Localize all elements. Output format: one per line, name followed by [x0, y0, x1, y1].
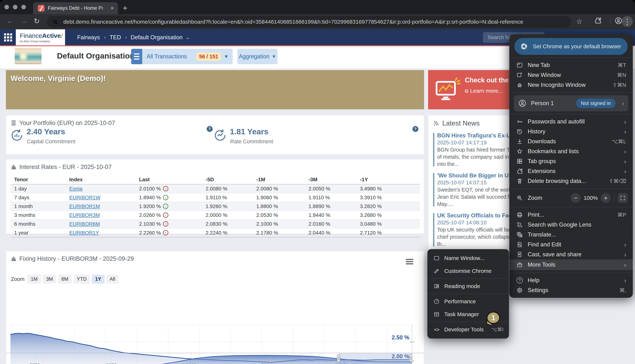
app-grid-icon[interactable]: [4, 34, 12, 42]
chart-navigator[interactable]: 20212022202320242025: [11, 353, 420, 364]
menu-item-history[interactable]: History›: [509, 126, 633, 136]
menu-item-google-lens[interactable]: Search with Google Lens: [509, 220, 633, 230]
chevron-down-icon: ⌄: [185, 34, 190, 40]
index-link[interactable]: EURIBOR1M: [69, 204, 100, 209]
translate-icon: [516, 231, 523, 238]
index-link[interactable]: EURIBOR6M: [69, 221, 100, 227]
capital-commitment-value: 2.40 Years: [27, 127, 65, 136]
menu-item-translate[interactable]: Translate...: [509, 230, 633, 240]
submenu-item-name-window[interactable]: Name Window...: [427, 252, 509, 264]
trend-arrow-icon: ↑: [163, 230, 168, 236]
zoom-out-button[interactable]: −: [571, 193, 581, 203]
index-link[interactable]: EURIBOR3M: [69, 212, 100, 218]
speedometer-icon: [433, 298, 440, 304]
zoom-1y-button[interactable]: 1Y: [92, 275, 105, 284]
transactions-menu-button[interactable]: [131, 49, 142, 64]
profile-avatar-icon[interactable]: [614, 17, 622, 26]
table-row: 6 monthsEURIBOR6M2.1030 %↑2.0830 %2.1000…: [11, 220, 420, 228]
submenu-item-customise-chrome[interactable]: Customise Chrome: [427, 264, 509, 278]
menu-item-more-tools[interactable]: More Tools›: [509, 260, 633, 270]
zoom-in-button[interactable]: +: [601, 193, 611, 203]
aggregation-dropdown[interactable]: Aggregation ▼: [237, 49, 277, 64]
printer-icon: [516, 212, 523, 218]
new-tab-icon: [516, 62, 523, 68]
menu-item-delete-browsing-data[interactable]: Delete browsing data...⇧⌘⌫: [509, 176, 633, 186]
trash-icon: [516, 178, 523, 184]
help-icon[interactable]: ?: [412, 126, 418, 132]
aggregation-label: Aggregation: [239, 53, 270, 60]
breadcrumb-item-org[interactable]: Default Organisation: [131, 34, 183, 41]
caret-down-icon: ▼: [224, 54, 229, 60]
zoom-1m-button[interactable]: 1M: [27, 275, 41, 284]
index-link[interactable]: Eonia: [69, 186, 83, 192]
magnifier-icon: [516, 195, 523, 201]
zoom-3m-button[interactable]: 3M: [43, 275, 56, 284]
menu-item-profile[interactable]: Person 1 Not signed in ›: [514, 95, 628, 111]
zoom-all-button[interactable]: All: [106, 275, 118, 284]
index-link[interactable]: EURIBOR1W: [69, 195, 101, 200]
svg-text:2.50 %: 2.50 %: [391, 334, 409, 341]
news-item[interactable]: 'We Should Be Bigger in US, but Lo2025-1…: [433, 172, 520, 207]
tab-close-icon[interactable]: ×: [110, 5, 114, 12]
index-link[interactable]: EURIBOR1Y: [69, 230, 99, 236]
address-bar[interactable]: debt.demo.financeactive.net/home/configu…: [47, 16, 571, 28]
news-item[interactable]: UK Security Officials to Face Quest2025-…: [433, 212, 520, 247]
incognito-icon: [516, 82, 523, 88]
devtools-notification-badge[interactable]: 1: [487, 312, 500, 324]
chevron-right-icon: ›: [624, 148, 626, 154]
reload-icon[interactable]: ↻: [34, 17, 40, 25]
organisation-thumbnail: [15, 48, 42, 64]
cast-save-icon: [516, 251, 523, 258]
set-default-browser-button[interactable]: Set Chrome as your default browser: [514, 38, 628, 55]
breadcrumb-item-fairways[interactable]: Fairways: [77, 34, 100, 41]
forward-icon[interactable]: →: [20, 17, 27, 25]
promo-learn-more-link[interactable]: ⧉Learn more...: [465, 88, 503, 94]
zoom-window-button[interactable]: [21, 5, 26, 9]
back-icon[interactable]: ←: [7, 17, 14, 25]
menu-item-settings[interactable]: Settings⌘,: [509, 285, 633, 295]
book-icon: [433, 283, 440, 289]
menu-item-cast-save-share[interactable]: Cast, save and share›: [509, 250, 633, 260]
fixing-history-card: Fixing History - EURIBOR3M - 2025-09-29 …: [6, 251, 424, 364]
kebab-icon: ⋮: [623, 18, 631, 26]
caret-down-icon: ▼: [272, 54, 276, 59]
menu-divider: [509, 188, 633, 189]
browser-menu-button[interactable]: ⋮: [622, 16, 633, 27]
help-icon[interactable]: ?: [207, 126, 213, 132]
site-settings-icon[interactable]: [52, 18, 59, 25]
toolbar-divider: [610, 18, 611, 26]
menu-item-downloads[interactable]: Downloads⌥⌘L: [509, 136, 633, 146]
brand-logo[interactable]: FinanceActive/ an Altus Group company: [16, 29, 65, 45]
new-tab-button[interactable]: +: [123, 4, 127, 12]
transactions-dropdown[interactable]: All Transactions 56 / 151 ▼: [142, 49, 233, 64]
breadcrumb-item-ted[interactable]: TED: [110, 34, 121, 41]
menu-item-find-and-edit[interactable]: Find and Edit›: [509, 240, 633, 250]
menu-item-extensions[interactable]: Extensions›: [509, 166, 633, 176]
menu-item-print[interactable]: Print...⌘P: [509, 210, 633, 220]
browser-tab[interactable]: Fairways Debt - Home Page ×: [33, 2, 118, 14]
news-item[interactable]: BGN Hires Trafigura's Ex-Lithium H2025-1…: [433, 132, 520, 167]
fullscreen-button[interactable]: [618, 193, 628, 203]
menu-item-passwords[interactable]: Passwords and autofill›: [509, 117, 633, 126]
menu-divider: [427, 294, 509, 294]
submenu-item-developer-tools[interactable]: <> Developer Tools ⌥⌘I: [427, 323, 509, 336]
close-window-button[interactable]: [5, 5, 9, 9]
zoom-ytd-button[interactable]: YTD: [74, 275, 90, 284]
chevron-right-icon: ›: [125, 34, 127, 40]
menu-item-new-tab[interactable]: New Tab⌘T: [509, 60, 633, 70]
menu-item-new-window[interactable]: New Window⌘N: [509, 70, 633, 80]
submenu-item-reading-mode[interactable]: Reading mode: [427, 280, 509, 293]
breadcrumb: Fairways › TED › Default Organisation ⌄: [77, 29, 190, 45]
menu-item-new-incognito-window[interactable]: New Incognito Window⇧⌘N: [509, 80, 633, 90]
minimize-window-button[interactable]: [13, 5, 18, 9]
menu-item-help[interactable]: ? Help›: [509, 276, 633, 285]
submenu-item-performance[interactable]: Performance: [427, 295, 509, 308]
menu-item-tab-groups[interactable]: Tab groups›: [509, 156, 633, 166]
zoom-6m-button[interactable]: 6M: [58, 275, 72, 284]
extensions-icon[interactable]: [594, 17, 601, 26]
promo-banner[interactable]: Check out the re ⧉Learn more...: [428, 70, 520, 109]
menu-item-bookmarks[interactable]: Bookmarks and lists›: [509, 146, 633, 156]
chart-context-menu-button[interactable]: [406, 259, 413, 264]
bookmark-star-icon[interactable]: ☆: [576, 18, 582, 26]
brand-active: Active: [42, 32, 61, 39]
